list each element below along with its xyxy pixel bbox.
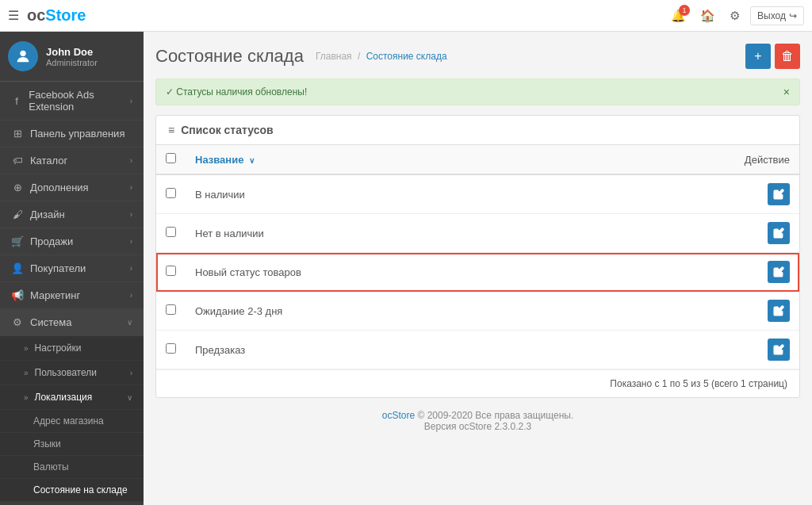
- row-checkbox[interactable]: [166, 343, 176, 354]
- chevron-right-icon: ›: [130, 210, 132, 219]
- navbar-right: 🔔 1 🏠 ⚙ Выход ↪: [667, 5, 804, 27]
- delete-button[interactable]: 🗑: [775, 44, 800, 69]
- pagination-info: Показано с 1 по 5 из 5 (всего 1 страниц): [156, 369, 799, 397]
- sidebar-item-extensions[interactable]: ⊕ Дополнения ›: [0, 174, 144, 201]
- chevron-right-icon: ›: [130, 369, 132, 377]
- list-icon: ≡: [168, 124, 174, 136]
- chevron-down-icon: ∨: [127, 393, 132, 402]
- edit-button[interactable]: [768, 261, 790, 283]
- add-button[interactable]: +: [745, 44, 771, 69]
- row-checkbox-cell: [156, 174, 186, 214]
- sidebar-item-stock-status[interactable]: Состояние на складе: [0, 479, 144, 502]
- sidebar-label-dashboard: Панель управления: [30, 128, 124, 140]
- row-checkbox[interactable]: [166, 266, 176, 276]
- top-navbar: ☰ oc Store 🔔 1 🏠 ⚙ Выход ↪: [0, 0, 812, 32]
- sidebar-item-languages[interactable]: Языки: [0, 433, 144, 456]
- breadcrumb-separator: /: [358, 51, 360, 62]
- exit-icon: ↪: [789, 10, 797, 21]
- sidebar-label-marketing: Маркетинг: [30, 289, 80, 301]
- status-list-card: ≡ Список статусов Название ∨ Действие: [155, 115, 800, 398]
- row-action-cell: [591, 214, 799, 253]
- sidebar-item-system[interactable]: ⚙ Система ∨: [0, 309, 144, 336]
- chevron-right-icon: ›: [130, 183, 132, 192]
- sidebar-item-localization[interactable]: » Локализация ∨: [0, 385, 144, 410]
- select-all-col: [156, 145, 186, 174]
- edit-button[interactable]: [768, 339, 790, 361]
- svg-point-0: [20, 51, 25, 56]
- sidebar-item-currencies[interactable]: Валюты: [0, 456, 144, 479]
- dashboard-icon: ⊞: [11, 128, 24, 140]
- table-header-row: Название ∨ Действие: [156, 145, 799, 174]
- marketing-icon: 📢: [11, 289, 24, 301]
- page-header: Состояние склада Главная / Состояние скл…: [155, 44, 800, 69]
- alert-message: ✓ Статусы наличия обновлены!: [166, 86, 307, 98]
- footer-line1: ocStore © 2009-2020 Все права защищены.: [167, 410, 788, 421]
- logo-oc: oc: [27, 6, 45, 25]
- name-col-header[interactable]: Название ∨: [186, 145, 591, 174]
- table-row: Ожидание 2-3 дня: [156, 292, 799, 331]
- sidebar-navigation: f Facebook Ads Extension › ⊞ Панель упра…: [0, 82, 144, 505]
- row-name-cell: Нет в наличии: [186, 214, 591, 253]
- sidebar-label-localization: Локализация: [35, 392, 93, 403]
- main-container: John Doe Administrator f Facebook Ads Ex…: [0, 32, 812, 505]
- table-row: Нет в наличии: [156, 214, 799, 253]
- edit-button[interactable]: [768, 300, 790, 322]
- chevron-right-icon: ›: [130, 291, 132, 300]
- alert-success: ✓ Статусы наличия обновлены! ×: [155, 78, 800, 105]
- footer: ocStore © 2009-2020 Все права защищены. …: [155, 398, 800, 444]
- customers-icon: 👤: [11, 262, 24, 274]
- sidebar-item-sales[interactable]: 🛒 Продажи ›: [0, 228, 144, 255]
- sales-icon: 🛒: [11, 235, 24, 247]
- sidebar-label-system: Система: [30, 316, 71, 328]
- action-col-header: Действие: [591, 145, 799, 174]
- sub-arrow-icon: »: [24, 344, 29, 353]
- alert-close-button[interactable]: ×: [783, 86, 790, 98]
- user-name: John Doe: [46, 46, 98, 58]
- table-row: Новый статус товаров: [156, 253, 799, 292]
- page-actions: + 🗑: [745, 44, 800, 69]
- sidebar-label-extensions: Дополнения: [30, 182, 89, 193]
- sub-arrow-icon: »: [24, 393, 29, 402]
- sub-arrow-icon: »: [24, 369, 29, 377]
- user-profile: John Doe Administrator: [0, 32, 144, 82]
- home-button[interactable]: 🏠: [696, 5, 719, 27]
- row-checkbox[interactable]: [166, 188, 176, 198]
- help-button[interactable]: ⚙: [726, 5, 744, 27]
- card-title: Список статусов: [181, 124, 273, 136]
- sidebar-item-store-address[interactable]: Адрес магазина: [0, 410, 144, 433]
- sidebar-item-dashboard[interactable]: ⊞ Панель управления: [0, 121, 144, 147]
- system-icon: ⚙: [11, 316, 24, 328]
- sidebar-item-marketing[interactable]: 📢 Маркетинг ›: [0, 282, 144, 309]
- sidebar-item-facebook[interactable]: f Facebook Ads Extension ›: [0, 82, 144, 121]
- sidebar-item-customers[interactable]: 👤 Покупатели ›: [0, 255, 144, 282]
- chevron-down-icon: ∨: [127, 318, 132, 327]
- edit-button[interactable]: [768, 222, 790, 244]
- select-all-checkbox[interactable]: [166, 153, 176, 163]
- exit-button[interactable]: Выход ↪: [750, 6, 804, 25]
- sidebar-item-settings[interactable]: » Настройки: [0, 336, 144, 361]
- row-checkbox-cell: [156, 292, 186, 331]
- sidebar-item-users[interactable]: » Пользователи ›: [0, 361, 144, 385]
- row-action-cell: [591, 292, 799, 331]
- breadcrumb: Главная / Состояние склада: [316, 51, 447, 62]
- sort-arrow-icon: ∨: [249, 156, 255, 165]
- sidebar-item-catalog[interactable]: 🏷 Каталог ›: [0, 147, 144, 174]
- edit-button[interactable]: [768, 183, 790, 205]
- facebook-icon: f: [11, 95, 22, 107]
- row-action-cell: [591, 331, 799, 369]
- row-checkbox[interactable]: [166, 304, 176, 315]
- sidebar-label-facebook: Facebook Ads Extension: [29, 89, 129, 113]
- navbar-left: ☰ oc Store: [8, 6, 86, 25]
- footer-link[interactable]: ocStore: [382, 410, 415, 421]
- table-row: В наличии: [156, 174, 799, 214]
- hamburger-icon[interactable]: ☰: [8, 8, 19, 23]
- row-checkbox-cell: [156, 253, 186, 292]
- exit-label: Выход: [757, 10, 786, 21]
- status-table: Название ∨ Действие В наличии: [156, 145, 799, 369]
- breadcrumb-home[interactable]: Главная: [316, 51, 352, 62]
- sidebar-item-design[interactable]: 🖌 Дизайн ›: [0, 201, 144, 228]
- notification-button[interactable]: 🔔 1: [667, 5, 690, 27]
- chevron-right-icon: ›: [130, 156, 132, 165]
- row-checkbox[interactable]: [166, 227, 176, 237]
- chevron-right-icon: ›: [130, 237, 132, 246]
